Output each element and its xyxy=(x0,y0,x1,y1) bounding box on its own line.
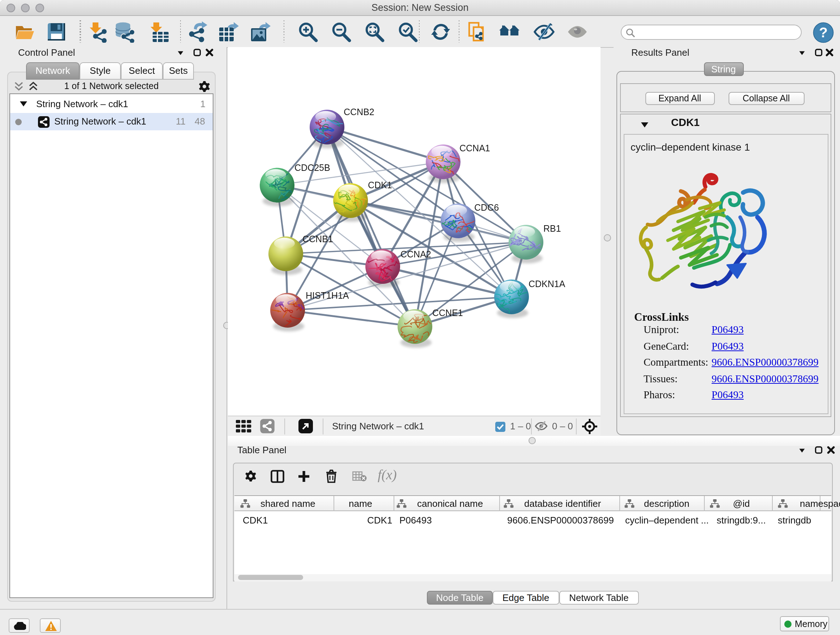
svg-text:CCNA1: CCNA1 xyxy=(459,143,490,153)
svg-text:CDK1: CDK1 xyxy=(368,180,392,190)
svg-text:CCNB2: CCNB2 xyxy=(344,107,374,117)
svg-text:CDKN1A: CDKN1A xyxy=(529,279,565,289)
svg-text:RB1: RB1 xyxy=(543,223,561,233)
svg-text:?: ? xyxy=(819,24,828,40)
svg-text:CDC6: CDC6 xyxy=(474,203,499,212)
svg-text:CCNB1: CCNB1 xyxy=(302,234,333,244)
svg-text:CCNA2: CCNA2 xyxy=(401,249,431,259)
svg-text:CDC25B: CDC25B xyxy=(294,163,330,173)
svg-text:CCNE1: CCNE1 xyxy=(432,308,463,318)
svg-text:HIST1H1A: HIST1H1A xyxy=(306,290,349,301)
